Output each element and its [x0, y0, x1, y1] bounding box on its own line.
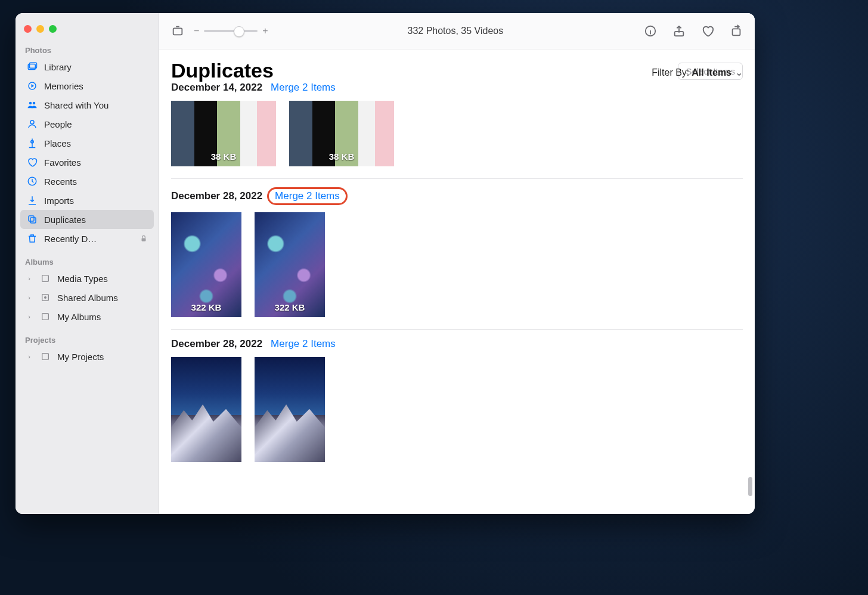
sidebar-section-projects: Projects [16, 333, 159, 347]
chevron-right-icon: › [26, 353, 32, 360]
group-date: December 28, 2022 [171, 190, 262, 202]
favorite-icon[interactable] [700, 23, 715, 39]
app-window: Photos Library Memories Shared with You … [16, 13, 755, 514]
chevron-right-icon: › [26, 275, 32, 282]
sidebar-item-label: Media Types [57, 274, 108, 284]
scrollbar-thumb[interactable] [748, 477, 752, 496]
photo-thumbnail[interactable]: 38 KB [171, 101, 276, 166]
sidebar-item-places[interactable]: Places [20, 134, 154, 153]
sidebar-section-albums: Albums [16, 255, 159, 269]
group-date: December 28, 2022 [171, 338, 262, 350]
fullscreen-window-button[interactable] [49, 25, 57, 33]
minimize-window-button[interactable] [36, 25, 44, 33]
sidebar-item-label: Favorites [44, 157, 81, 168]
duplicates-icon [26, 213, 38, 225]
places-icon [26, 137, 38, 149]
sidebar-item-favorites[interactable]: Favorites [20, 153, 154, 172]
zoom-thumb[interactable] [234, 26, 244, 37]
svg-marker-3 [32, 84, 35, 88]
sidebar-item-my-projects[interactable]: › My Projects [20, 347, 154, 366]
scrollbar[interactable] [748, 13, 752, 514]
thumbnail-row: 124 KB133 KB [171, 350, 743, 466]
close-window-button[interactable] [24, 25, 32, 33]
sidebar-projects-list: › My Projects [16, 347, 159, 373]
filter-label: Filter By: [652, 67, 689, 78]
sidebar-photos-list: Library Memories Shared with You People … [16, 57, 159, 255]
shared-album-icon [39, 292, 51, 303]
merge-items-link[interactable]: Merge 2 Items [267, 187, 348, 205]
sidebar: Photos Library Memories Shared with You … [16, 13, 159, 514]
lock-icon [140, 234, 148, 243]
zoom-slider[interactable]: − + [194, 26, 268, 36]
sidebar-item-label: Imports [44, 196, 74, 206]
sidebar-item-label: Recents [44, 176, 77, 187]
filter-value: All Items [692, 67, 731, 78]
sidebar-item-people[interactable]: People [20, 114, 154, 134]
rotate-icon[interactable] [728, 23, 744, 39]
sidebar-item-memories[interactable]: Memories [20, 76, 154, 95]
album-icon [39, 311, 51, 323]
photo-thumbnail[interactable]: 133 KB [255, 357, 325, 462]
sidebar-item-media-types[interactable]: › Media Types [20, 269, 154, 288]
sidebar-item-label: Places [44, 138, 71, 148]
zoom-in-icon[interactable]: + [262, 26, 268, 36]
sidebar-item-label: Memories [44, 81, 83, 91]
sidebar-item-label: Shared Albums [57, 293, 118, 303]
album-icon [39, 272, 51, 284]
svg-rect-17 [173, 28, 182, 35]
chevron-down-icon: ⌄ [735, 67, 743, 78]
sidebar-section-photos: Photos [16, 44, 159, 57]
sidebar-item-label: Shared with You [44, 100, 108, 110]
merge-items-link[interactable]: Merge 2 Items [271, 338, 336, 350]
merge-items-link[interactable]: Merge 2 Items [271, 82, 336, 94]
svg-rect-16 [42, 354, 49, 360]
sidebar-item-label: My Projects [57, 352, 104, 362]
project-icon [39, 351, 51, 362]
photo-thumbnail[interactable]: 322 KB [171, 212, 241, 317]
heart-icon [26, 156, 38, 168]
duplicate-group: December 14, 2022Merge 2 Items38 KB38 KB [171, 82, 743, 170]
sidebar-item-my-albums[interactable]: › My Albums [20, 307, 154, 326]
zoom-out-icon[interactable]: − [194, 26, 199, 36]
library-summary: 332 Photos, 35 Videos [277, 26, 634, 36]
sidebar-item-recently-deleted[interactable]: Recently D… [20, 229, 154, 248]
svg-rect-10 [29, 216, 34, 221]
sidebar-item-library[interactable]: Library [20, 57, 154, 76]
sidebar-item-label: Recently D… [44, 234, 97, 244]
svg-rect-11 [142, 238, 146, 241]
sidebar-item-imports[interactable]: Imports [20, 191, 154, 210]
photo-thumbnail[interactable]: 322 KB [255, 212, 325, 317]
duplicate-group: December 28, 2022Merge 2 Items322 KB322 … [171, 178, 743, 321]
file-size-badge: 133 KB [275, 447, 305, 462]
content-scroll[interactable]: Duplicates Select Items Filter By: All I… [159, 49, 755, 514]
photo-library-icon [26, 61, 38, 73]
shared-with-you-icon [26, 99, 38, 111]
svg-rect-12 [42, 275, 49, 282]
group-date: December 14, 2022 [171, 82, 262, 94]
zoom-track[interactable] [204, 30, 258, 32]
sidebar-item-label: Duplicates [44, 215, 86, 225]
svg-point-4 [29, 102, 32, 105]
thumbnail-row: 38 KB38 KB [171, 94, 743, 170]
photo-thumbnail[interactable]: 124 KB [171, 357, 241, 462]
sidebar-item-recents[interactable]: Recents [20, 172, 154, 191]
sidebar-item-shared-albums[interactable]: › Shared Albums [20, 288, 154, 307]
photo-thumbnail[interactable]: 38 KB [289, 101, 394, 166]
chevron-right-icon: › [26, 313, 32, 320]
toolbar: − + 332 Photos, 35 Videos [159, 13, 755, 49]
svg-point-5 [33, 102, 36, 105]
page-title: Duplicates [171, 59, 274, 82]
svg-point-14 [45, 297, 46, 299]
sidebar-item-shared-with-you[interactable]: Shared with You [20, 95, 154, 114]
people-icon [26, 118, 38, 130]
clock-icon [26, 175, 38, 187]
window-controls [16, 20, 159, 44]
file-size-badge: 322 KB [191, 302, 222, 317]
aspect-toggle-icon[interactable] [170, 23, 185, 39]
sidebar-albums-list: › Media Types › Shared Albums › My Album… [16, 269, 159, 333]
info-icon[interactable] [643, 23, 658, 39]
share-icon[interactable] [671, 23, 687, 39]
sidebar-item-duplicates[interactable]: Duplicates [20, 210, 154, 229]
file-size-badge: 124 KB [191, 447, 222, 462]
svg-point-6 [30, 120, 34, 124]
